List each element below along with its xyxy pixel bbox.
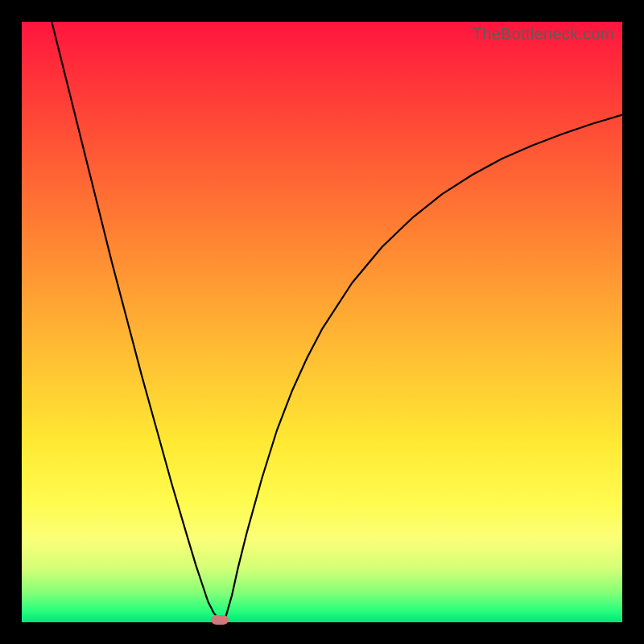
chart-frame: TheBottleneck.com bbox=[0, 0, 644, 644]
bottleneck-curve bbox=[52, 22, 622, 620]
curve-svg bbox=[22, 22, 622, 622]
plot-area: TheBottleneck.com bbox=[22, 22, 622, 622]
min-marker bbox=[211, 615, 229, 625]
